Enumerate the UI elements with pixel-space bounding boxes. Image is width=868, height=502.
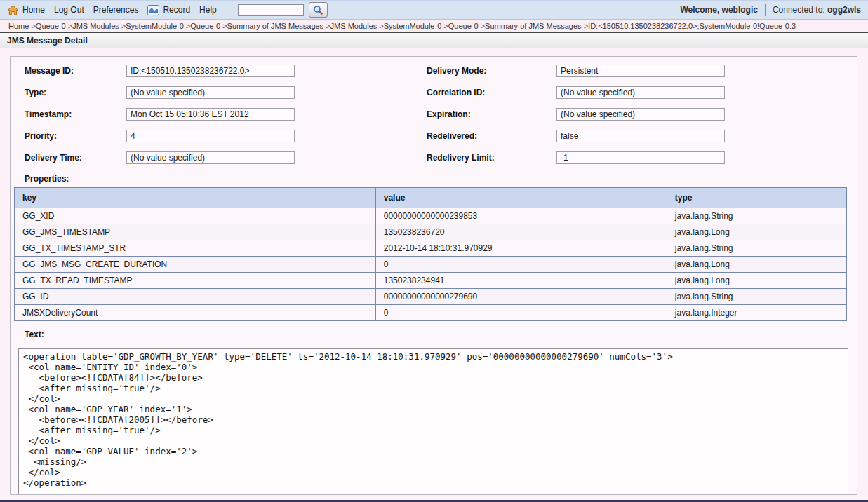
toolbar: Home Log Out Preferences Record Help Wel… — [0, 0, 868, 20]
property-row: GG_JMS_TIMESTAMP1350238236720java.lang.L… — [15, 224, 847, 240]
breadcrumb-separator: > — [479, 22, 485, 30]
properties-header-row: key value type — [15, 188, 847, 208]
form-row: Expiration:(No value specified) — [427, 107, 847, 121]
property-cell: 00000000000000279690 — [375, 289, 667, 305]
toolbar-item-record[interactable]: Record — [163, 5, 190, 15]
field-value: (No value specified) — [556, 108, 725, 121]
breadcrumb-item[interactable]: JMS Modules — [330, 22, 378, 30]
field-value: Mon Oct 15 05:10:36 EST 2012 — [126, 108, 295, 121]
connected-label: Connected to: — [773, 5, 827, 15]
field-label: Redelivered: — [427, 131, 556, 141]
connected-text: Connected to: ogg2wls — [773, 5, 861, 15]
field-label: Timestamp: — [14, 109, 126, 119]
breadcrumb-item[interactable]: Queue-0 — [448, 22, 479, 30]
connected-value: ogg2wls — [827, 5, 861, 15]
property-row: GG_ID00000000000000279690java.lang.Strin… — [15, 289, 847, 305]
breadcrumb-separator: > — [441, 22, 448, 30]
form-row: Delivery Time:(No value specified) — [14, 151, 427, 165]
welcome-divider — [765, 4, 766, 16]
message-text-area[interactable]: <operation table='GDP_GROWTH_BY_YEAR' ty… — [18, 348, 848, 496]
property-cell: java.lang.Long — [667, 257, 846, 273]
property-cell: GG_TX_TIMESTAMP_STR — [15, 240, 376, 257]
form-row: Message ID:ID:<150510.1350238236722.0> — [14, 64, 427, 78]
form-row: Timestamp:Mon Oct 15 05:10:36 EST 2012 — [14, 107, 427, 121]
breadcrumb-item[interactable]: SystemModule-0 — [126, 22, 184, 30]
property-cell: 2012-10-14 18:10:31.970929 — [375, 240, 667, 257]
field-label: Delivery Time: — [14, 153, 126, 163]
field-label: Correlation ID: — [427, 88, 556, 97]
property-cell: GG_JMS_TIMESTAMP — [15, 224, 376, 240]
property-cell: 0 — [375, 305, 667, 321]
field-value: (No value specified) — [126, 86, 295, 99]
property-row: GG_XID00000000000000239853java.lang.Stri… — [15, 208, 847, 224]
property-row: GG_TX_READ_TIMESTAMP1350238234941java.la… — [15, 273, 847, 289]
field-label: Message ID: — [14, 66, 126, 76]
breadcrumb-item[interactable]: Summary of JMS Messages — [227, 22, 324, 30]
field-label: Priority: — [14, 131, 126, 141]
properties-table: key value type GG_XID0000000000000023985… — [14, 187, 847, 321]
toolbar-item-preferences[interactable]: Preferences — [93, 5, 139, 15]
breadcrumb-item[interactable]: SystemModule-0 — [384, 22, 442, 30]
breadcrumb-item[interactable]: Summary of JMS Messages — [485, 22, 582, 30]
property-cell: GG_JMS_MSG_CREATE_DURATION — [15, 257, 376, 273]
welcome-text: Welcome, weblogic — [680, 5, 757, 15]
toolbar-item-logout[interactable]: Log Out — [54, 5, 84, 15]
form-row: Delivery Mode:Persistent — [427, 64, 847, 78]
record-icon — [147, 5, 159, 15]
property-cell: 00000000000000239853 — [375, 208, 667, 224]
breadcrumb-separator: > — [377, 22, 383, 30]
field-value: ID:<150510.1350238236722.0> — [126, 65, 295, 77]
breadcrumb-separator: > — [29, 22, 35, 30]
field-value: false — [556, 130, 725, 142]
breadcrumb-separator: > — [184, 22, 190, 30]
form-column-right: Delivery Mode:PersistentCorrelation ID:(… — [427, 64, 847, 172]
toolbar-divider — [229, 3, 229, 17]
breadcrumb-separator: > — [220, 22, 227, 30]
field-label: Expiration: — [427, 109, 556, 119]
field-value: (No value specified) — [556, 86, 725, 99]
property-row: GG_TX_TIMESTAMP_STR2012-10-14 18:10:31.9… — [15, 240, 847, 257]
property-row: JMSXDeliveryCount0java.lang.Integer — [15, 305, 847, 321]
text-label: Text: — [14, 330, 847, 339]
search-input[interactable] — [238, 4, 304, 16]
breadcrumb-separator: > — [119, 22, 126, 30]
property-cell: java.lang.Long — [667, 224, 846, 240]
breadcrumb-item[interactable]: Queue-0 — [190, 22, 220, 30]
breadcrumb-item[interactable]: ID:<150510.1350238236722.0>;SystemModule… — [588, 22, 796, 30]
property-cell: java.lang.Long — [667, 273, 846, 289]
form-column-left: Message ID:ID:<150510.1350238236722.0>Ty… — [14, 64, 427, 172]
property-row: GG_JMS_MSG_CREATE_DURATION0java.lang.Lon… — [15, 257, 847, 273]
column-header-type: type — [667, 188, 846, 208]
property-cell: java.lang.String — [667, 289, 846, 305]
search-button[interactable] — [309, 2, 328, 18]
toolbar-item-help[interactable]: Help — [199, 5, 217, 15]
field-label: Type: — [14, 88, 126, 97]
property-cell: 1350238234941 — [375, 273, 667, 289]
home-icon — [7, 5, 19, 15]
field-value: -1 — [556, 151, 725, 164]
property-cell: 0 — [375, 257, 667, 273]
breadcrumb-item[interactable]: Queue-0 — [36, 22, 66, 30]
property-cell: GG_ID — [15, 289, 376, 305]
property-cell: GG_XID — [15, 208, 376, 224]
form-row: Redelivered:false — [427, 129, 847, 143]
column-header-value: value — [375, 188, 667, 208]
property-cell: java.lang.Integer — [667, 305, 846, 321]
property-cell: java.lang.String — [667, 240, 846, 257]
message-detail-form: Message ID:ID:<150510.1350238236722.0>Ty… — [14, 64, 847, 172]
properties-label: Properties: — [14, 174, 847, 184]
breadcrumb-item[interactable]: Home — [8, 22, 29, 30]
field-value: Persistent — [556, 65, 725, 77]
form-row: Redelivery Limit:-1 — [427, 151, 847, 165]
breadcrumb-separator: > — [323, 22, 330, 30]
breadcrumb-separator: > — [582, 22, 588, 30]
toolbar-item-home[interactable]: Home — [22, 5, 45, 15]
breadcrumb-item[interactable]: JMS Modules — [72, 22, 119, 30]
field-label: Delivery Mode: — [427, 66, 556, 76]
property-cell: 1350238236720 — [375, 224, 667, 240]
message-detail-panel: Message ID:ID:<150510.1350238236722.0>Ty… — [10, 56, 857, 495]
column-header-key: key — [15, 188, 376, 208]
form-row: Correlation ID:(No value specified) — [427, 86, 847, 100]
search-icon — [313, 5, 323, 15]
form-row: Type:(No value specified) — [14, 86, 427, 100]
